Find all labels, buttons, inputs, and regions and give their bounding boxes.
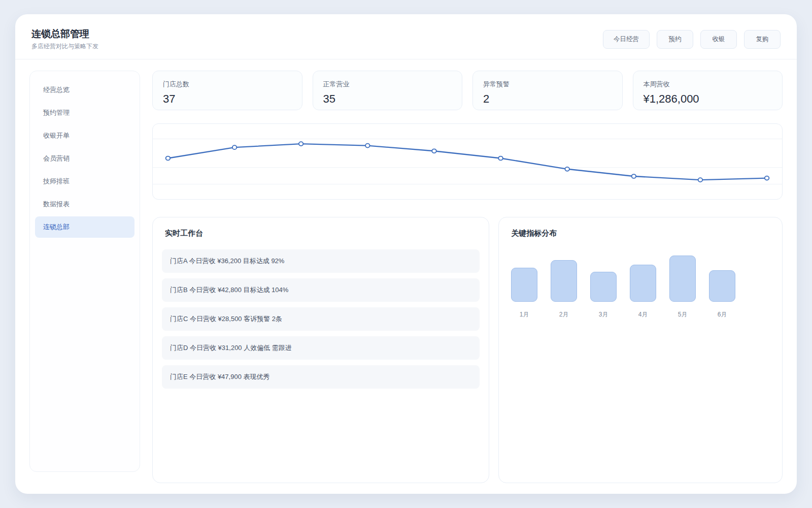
main-content: 门店总数 37 正常营业 35 异常预警 2 本周营收 ¥1,286,000 xyxy=(152,71,783,483)
workbench-item-store-c: 门店C 今日营收 ¥28,500 客诉预警 2条 xyxy=(162,307,480,331)
bar-column: 6月 xyxy=(709,270,735,319)
bar-apr xyxy=(630,265,656,302)
page-subtitle: 多店经营对比与策略下发 xyxy=(31,42,98,51)
workbench-title: 实时工作台 xyxy=(165,229,480,238)
app-body: 经营总览 预约管理 收银开单 会员营销 技师排班 数据报表 连锁总部 门店总数 … xyxy=(15,59,797,494)
sidebar-item-technician-scheduling[interactable]: 技师排班 xyxy=(35,171,134,192)
stat-label: 本周营收 xyxy=(644,80,772,89)
sidebar-item-member-marketing[interactable]: 会员营销 xyxy=(35,148,134,169)
key-metrics-panel: 关键指标分布 1月 2月 xyxy=(498,217,783,483)
stat-value: 2 xyxy=(483,92,612,106)
workbench-item-store-d: 门店D 今日营收 ¥31,200 人效偏低 需跟进 xyxy=(162,336,480,360)
bar-label: 5月 xyxy=(678,310,688,319)
header-button-repurchase[interactable]: 复购 xyxy=(744,30,781,49)
sidebar: 经营总览 预约管理 收银开单 会员营销 技师排班 数据报表 连锁总部 xyxy=(29,71,140,472)
stat-value: 35 xyxy=(323,92,452,106)
revenue-trend-line-chart xyxy=(152,123,783,200)
sidebar-item-cashier-billing[interactable]: 收银开单 xyxy=(35,125,134,146)
bar-column: 4月 xyxy=(630,265,656,319)
bar-may xyxy=(669,256,696,302)
app-window: 连锁总部管理 多店经营对比与策略下发 今日经营 预约 收银 复购 经营总览 预约… xyxy=(15,14,797,494)
stat-card-normal-operating: 正常营业 35 xyxy=(313,71,463,110)
stat-value: 37 xyxy=(163,92,292,106)
page-title: 连锁总部管理 xyxy=(31,27,98,41)
stat-label: 门店总数 xyxy=(163,80,292,89)
bar-label: 4月 xyxy=(638,310,648,319)
stat-label: 正常营业 xyxy=(323,80,452,89)
sidebar-item-reservation-management[interactable]: 预约管理 xyxy=(35,102,134,123)
metrics-title: 关键指标分布 xyxy=(511,229,773,238)
workbench-item-store-a: 门店A 今日营收 ¥36,200 目标达成 92% xyxy=(162,249,480,273)
stat-value: ¥1,286,000 xyxy=(644,92,772,106)
bar-mar xyxy=(590,272,617,302)
stat-card-weekly-revenue: 本周营收 ¥1,286,000 xyxy=(633,71,783,110)
bottom-row: 实时工作台 门店A 今日营收 ¥36,200 目标达成 92% 门店B 今日营收… xyxy=(152,217,783,483)
header-button-reservation[interactable]: 预约 xyxy=(657,30,693,49)
header-titles: 连锁总部管理 多店经营对比与策略下发 xyxy=(31,27,98,51)
bar-jun xyxy=(709,270,735,302)
sidebar-item-data-reports[interactable]: 数据报表 xyxy=(35,194,134,215)
workbench-item-store-b: 门店B 今日营收 ¥42,800 目标达成 104% xyxy=(162,278,480,302)
workbench-item-store-e: 门店E 今日营收 ¥47,900 表现优秀 xyxy=(162,365,480,389)
page-background: 连锁总部管理 多店经营对比与策略下发 今日经营 预约 收银 复购 经营总览 预约… xyxy=(0,0,812,508)
realtime-workbench-panel: 实时工作台 门店A 今日营收 ¥36,200 目标达成 92% 门店B 今日营收… xyxy=(152,217,489,483)
bar-column: 3月 xyxy=(590,272,617,319)
stat-card-total-stores: 门店总数 37 xyxy=(152,71,302,110)
stat-label: 异常预警 xyxy=(483,80,612,89)
bar-column: 2月 xyxy=(551,260,577,319)
bar-column: 1月 xyxy=(511,268,537,319)
bar-feb xyxy=(551,260,577,302)
bar-label: 6月 xyxy=(718,310,727,319)
bar-column: 5月 xyxy=(669,256,696,319)
header-actions: 今日经营 预约 收银 复购 xyxy=(603,30,781,49)
bar-label: 2月 xyxy=(559,310,569,319)
sidebar-item-business-overview[interactable]: 经营总览 xyxy=(35,79,134,101)
header-button-today-business[interactable]: 今日经营 xyxy=(603,30,650,49)
stats-row: 门店总数 37 正常营业 35 异常预警 2 本周营收 ¥1,286,000 xyxy=(152,71,783,110)
line-chart-svg xyxy=(153,124,782,199)
app-header: 连锁总部管理 多店经营对比与策略下发 今日经营 预约 收银 复购 xyxy=(15,14,797,59)
bar-label: 1月 xyxy=(520,310,529,319)
sidebar-item-chain-headquarters[interactable]: 连锁总部 xyxy=(35,216,134,238)
bar-jan xyxy=(511,268,537,302)
bar-label: 3月 xyxy=(599,310,608,319)
header-button-cashier[interactable]: 收银 xyxy=(700,30,737,49)
stat-card-abnormal-alerts: 异常预警 2 xyxy=(472,71,623,110)
metrics-bar-chart: 1月 2月 3月 4月 xyxy=(511,256,773,319)
